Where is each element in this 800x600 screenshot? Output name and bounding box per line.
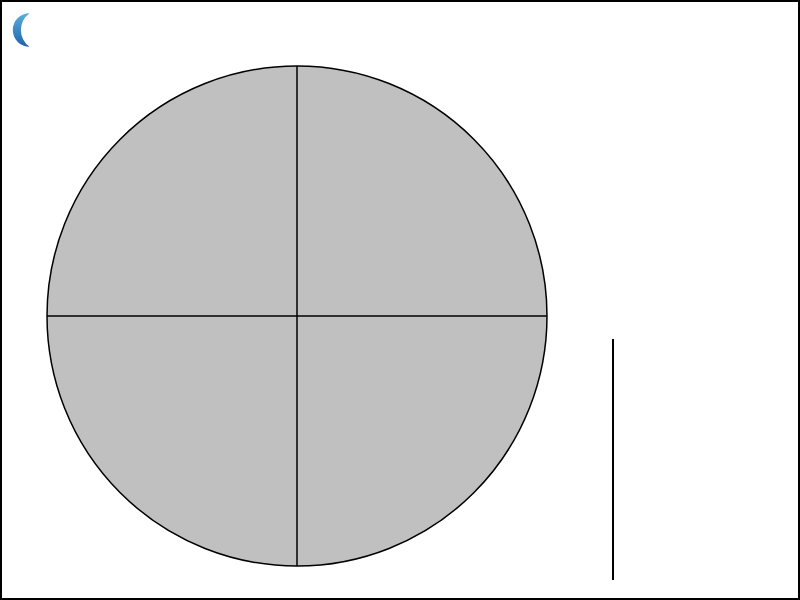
colorbar-axis [612,339,614,580]
legend-negative [669,513,693,558]
legend-positive [669,397,693,442]
skymap-polar-plot [2,2,800,600]
showskymap-window [0,0,800,600]
colorbar-title [643,410,657,510]
doppler-colorbar [594,339,612,580]
